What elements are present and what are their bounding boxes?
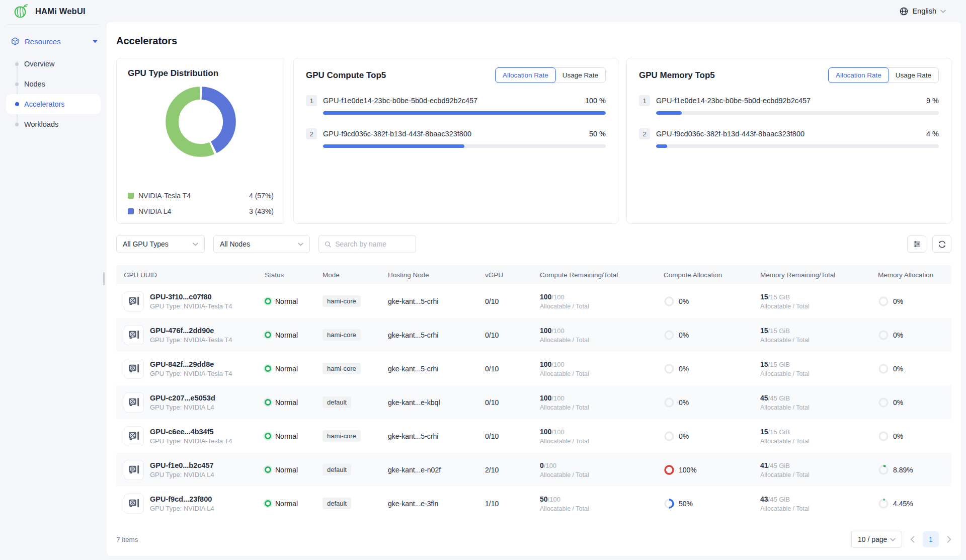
memory-remaining: 15 <box>760 428 768 436</box>
node-select[interactable]: All Nodes <box>213 235 310 253</box>
scrollbar-thumb[interactable] <box>103 272 105 285</box>
page-number[interactable]: 1 <box>923 531 939 547</box>
gpu-uuid-cell: GPU-842f...29dd8e GPU Type: NVIDIA-Tesla… <box>124 359 265 379</box>
gpu-uuid[interactable]: GPU-842f...29dd8e <box>150 360 232 368</box>
usage-rate-tab[interactable]: Usage Rate <box>889 68 938 83</box>
language-selector[interactable]: English <box>900 7 946 16</box>
table-row[interactable]: GPU-c6ee...4b34f5 GPU Type: NVIDIA-Tesla… <box>116 419 951 453</box>
sidebar-section-resources[interactable]: Resources <box>0 32 107 51</box>
memory-total: /45 GiB <box>768 462 790 469</box>
mode-cell: default <box>323 464 388 475</box>
memory-total: /45 GiB <box>768 496 790 503</box>
allocation-rate-tab[interactable]: Allocation Rate <box>495 67 556 83</box>
caret-down-icon <box>93 40 98 43</box>
compute-total: /100 <box>551 293 564 301</box>
gpu-uuid-text: GPU-476f...2dd90e GPU Type: NVIDIA-Tesla… <box>150 327 232 344</box>
status-normal-icon <box>265 365 271 372</box>
table-body: GPU-3f10...c07f80 GPU Type: NVIDIA-Tesla… <box>116 284 951 520</box>
gpu-percent: 4 % <box>926 130 939 138</box>
col-vgpu: vGPU <box>485 271 540 279</box>
sidebar-item-label: Workloads <box>24 120 58 128</box>
gpu-percent: 9 % <box>926 97 939 105</box>
gpu-uuid[interactable]: GPU-3f10...c07f80 <box>150 293 232 301</box>
sidebar-item-label: Nodes <box>24 80 45 88</box>
compute-allocation-cell: 100% <box>664 464 760 475</box>
cube-icon <box>11 37 20 46</box>
memory-allocation-label: 4.45% <box>893 500 913 508</box>
sidebar-divider <box>7 24 100 25</box>
gpu-uuid[interactable]: GPU-c6ee...4b34f5 <box>150 428 232 436</box>
legend-swatch <box>128 208 134 214</box>
next-page-button[interactable] <box>947 536 951 543</box>
compute-allocation-ring <box>664 498 675 509</box>
gpu-uuid-text: GPU-f9cd...23f800 GPU Type: NVIDIA L4 <box>150 495 214 512</box>
column-settings-button[interactable] <box>907 235 926 253</box>
gpu-percent: 100 % <box>585 97 606 105</box>
sidebar-item-overview[interactable]: Overview <box>0 54 107 74</box>
memory-remaining: 43 <box>760 495 768 503</box>
allocation-rate-tab[interactable]: Allocation Rate <box>828 67 889 83</box>
table-row[interactable]: GPU-842f...29dd8e GPU Type: NVIDIA-Tesla… <box>116 352 951 385</box>
legend-row: NVIDIA-Tesla T4 4 (57%) <box>128 192 274 200</box>
gpu-uuid-cell: GPU-f1e0...b2c457 GPU Type: NVIDIA L4 <box>124 460 265 480</box>
gpu-uuid[interactable]: GPU-f9cd...23f800 <box>150 495 214 503</box>
compute-total: /100 <box>551 361 564 368</box>
search-icon <box>325 241 331 248</box>
top5-item-head: 2 GPU-f9cd036c-382f-b13d-443f-8baac323f8… <box>639 128 939 139</box>
table-row[interactable]: GPU-476f...2dd90e GPU Type: NVIDIA-Tesla… <box>116 318 951 352</box>
memory-caption: Allocatable / Total <box>760 404 878 411</box>
memory-allocation-cell: 0% <box>878 363 951 374</box>
vgpu-cell: 1/10 <box>485 500 540 508</box>
search-input[interactable] <box>335 240 410 248</box>
usage-rate-tab[interactable]: Usage Rate <box>555 68 605 83</box>
brand: HAMi WebUI <box>13 4 86 19</box>
status-cell: Normal <box>265 432 323 440</box>
memory-caption: Allocatable / Total <box>760 471 878 478</box>
vgpu-cell: 2/10 <box>485 466 540 474</box>
compute-remaining: 100 <box>540 327 551 335</box>
gpu-icon-box <box>124 291 144 311</box>
compute-caption: Allocatable / Total <box>540 370 664 377</box>
chevron-down-icon <box>193 243 198 246</box>
table-row[interactable]: GPU-c207...e5053d GPU Type: NVIDIA L4 No… <box>116 385 951 419</box>
gpu-uuid[interactable]: GPU-476f...2dd90e <box>150 327 232 335</box>
status-normal-icon <box>265 332 271 338</box>
gpu-uuid-cell: GPU-3f10...c07f80 GPU Type: NVIDIA-Tesla… <box>124 291 265 311</box>
compute-remaining-cell: 100/100 Allocatable / Total <box>540 292 664 310</box>
compute-total: /100 <box>548 496 560 503</box>
submenu-dot <box>15 123 19 126</box>
gpu-uuid[interactable]: GPU-f1e0...b2c457 <box>150 461 214 469</box>
compute-remaining: 100 <box>540 360 551 368</box>
memory-allocation-cell: 0% <box>878 330 951 341</box>
refresh-button[interactable] <box>932 235 951 253</box>
table-row[interactable]: GPU-f9cd...23f800 GPU Type: NVIDIA L4 No… <box>116 487 951 520</box>
compute-remaining-cell: 100/100 Allocatable / Total <box>540 360 664 377</box>
gpu-type-distribution-card: GPU Type Distribution NVIDIA-Tesla T4 4 … <box>116 58 285 224</box>
gpu-uuid[interactable]: GPU-c207...e5053d <box>150 394 215 402</box>
progress-fill <box>656 144 667 148</box>
status-label: Normal <box>275 365 298 373</box>
chevron-down-icon <box>298 243 303 246</box>
mode-badge: default <box>323 396 351 408</box>
chevron-down-icon <box>890 538 896 541</box>
page-size-select[interactable]: 10 / page <box>851 531 902 548</box>
gpu-type-select[interactable]: All GPU Types <box>116 235 205 253</box>
memory-allocation-cell: 0% <box>878 296 951 307</box>
page-title: Accelerators <box>116 35 951 47</box>
top5-item: 2 GPU-f9cd036c-382f-b13d-443f-8baac323f8… <box>639 128 939 148</box>
sidebar-submenu: Overview Nodes Accelerators Workloads <box>0 54 107 134</box>
status-label: Normal <box>275 398 298 407</box>
table-row[interactable]: GPU-3f10...c07f80 GPU Type: NVIDIA-Tesla… <box>116 284 951 318</box>
compute-caption: Allocatable / Total <box>540 438 664 445</box>
col-mode: Mode <box>323 271 388 279</box>
gpu-uuid-cell: GPU-c6ee...4b34f5 GPU Type: NVIDIA-Tesla… <box>124 426 265 446</box>
gpu-name: GPU-f9cd036c-382f-b13d-443f-8baac323f800 <box>323 130 471 138</box>
memory-remaining: 45 <box>760 394 768 402</box>
sidebar-item-accelerators[interactable]: Accelerators <box>6 94 101 114</box>
legend-swatch <box>128 193 134 199</box>
sidebar-item-workloads[interactable]: Workloads <box>0 114 107 134</box>
table-row[interactable]: GPU-f1e0...b2c457 GPU Type: NVIDIA L4 No… <box>116 453 951 487</box>
legend-value: 3 (43%) <box>249 207 274 215</box>
sidebar-item-nodes[interactable]: Nodes <box>0 74 107 94</box>
previous-page-button[interactable] <box>910 536 915 543</box>
